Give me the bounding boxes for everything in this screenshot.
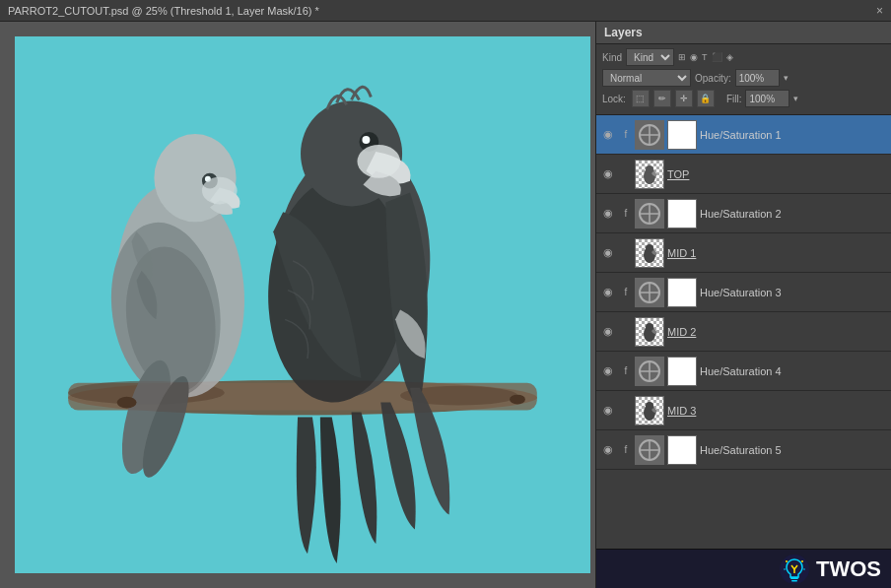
lock-fill-row: Lock: ⬚ ✏ ✛ 🔒 Fill: ▾ bbox=[602, 90, 885, 107]
thumb-mid-2 bbox=[635, 317, 664, 347]
lock-image-btn[interactable]: ✏ bbox=[653, 90, 671, 107]
kind-label: Kind bbox=[602, 52, 622, 63]
lock-transparent-btn[interactable]: ⬚ bbox=[632, 90, 650, 107]
eye-mid-3[interactable] bbox=[600, 403, 616, 419]
mask-hue-sat-1 bbox=[667, 120, 697, 150]
layer-hue-sat-2[interactable]: f Hue/Saturation 2 bbox=[596, 194, 891, 233]
layer-name-mid-2: MID 2 bbox=[667, 326, 887, 338]
visibility-icon-1 bbox=[603, 128, 613, 141]
svg-point-20 bbox=[510, 395, 525, 405]
title-bar: PARROT2_CUTOUT.psd @ 25% (Threshold 1, L… bbox=[0, 0, 891, 22]
fill-arrow[interactable]: ▾ bbox=[793, 94, 798, 103]
layer-mid-1[interactable]: MID 1 bbox=[596, 233, 891, 273]
eye-hue-sat-2[interactable] bbox=[600, 206, 616, 222]
mask-hue-sat-2 bbox=[667, 199, 697, 229]
eye-hue-sat-4[interactable] bbox=[600, 363, 616, 379]
opacity-arrow[interactable]: ▾ bbox=[784, 73, 788, 83]
mask-hue-sat-4 bbox=[667, 357, 697, 386]
svg-rect-41 bbox=[790, 577, 798, 579]
eye-mid-2[interactable] bbox=[600, 324, 616, 340]
thumb-top bbox=[635, 160, 664, 189]
chain-icon-4: f bbox=[625, 365, 628, 376]
kind-dropdown[interactable]: Kind bbox=[626, 48, 674, 66]
close-button[interactable]: × bbox=[876, 4, 883, 18]
svg-point-33 bbox=[646, 323, 653, 331]
lock-all-btn[interactable]: 🔒 bbox=[697, 90, 715, 107]
chain-icon-3: f bbox=[625, 287, 628, 297]
layer-name-hue-sat-2: Hue/Saturation 2 bbox=[700, 208, 887, 220]
chain-hue-sat-4: f bbox=[619, 364, 633, 378]
visibility-icon-mid1 bbox=[603, 246, 613, 259]
fill-input[interactable] bbox=[745, 90, 789, 107]
bottom-bar: TWOS bbox=[596, 549, 891, 588]
layer-hue-sat-5[interactable]: f Hue/Saturation 5 bbox=[596, 430, 891, 470]
thumb-hue-sat-4 bbox=[635, 357, 664, 386]
twos-logo: TWOS bbox=[779, 554, 881, 585]
layer-hue-sat-3[interactable]: f Hue/Saturation 3 bbox=[596, 273, 891, 312]
eye-hue-sat-1[interactable] bbox=[600, 127, 616, 143]
filter-icon-3: T bbox=[702, 52, 708, 62]
chain-icon-1: f bbox=[625, 129, 628, 140]
file-title: PARROT2_CUTOUT.psd @ 25% (Threshold 1, L… bbox=[8, 5, 319, 17]
lightbulb-icon bbox=[779, 554, 810, 585]
main-layout: Layers Kind Kind ⊞ ◉ T ⬛ ◈ Normal Opacit… bbox=[0, 22, 891, 588]
canvas-inner bbox=[15, 36, 590, 573]
blend-mode-dropdown[interactable]: Normal bbox=[602, 69, 691, 87]
eye-top[interactable] bbox=[600, 166, 616, 182]
twos-brand-text: TWOS bbox=[816, 556, 881, 582]
eye-mid-1[interactable] bbox=[600, 245, 616, 261]
visibility-icon-4 bbox=[603, 364, 613, 377]
mask-hue-sat-5 bbox=[667, 435, 697, 465]
thumb-hue-sat-3 bbox=[635, 278, 664, 307]
layers-panel: Layers Kind Kind ⊞ ◉ T ⬛ ◈ Normal Opacit… bbox=[595, 22, 891, 588]
opacity-input[interactable] bbox=[735, 69, 780, 87]
visibility-icon-5 bbox=[603, 443, 613, 456]
layer-name-hue-sat-4: Hue/Saturation 4 bbox=[700, 365, 887, 377]
chain-mid-2 bbox=[619, 325, 633, 339]
svg-rect-42 bbox=[791, 580, 797, 582]
svg-point-44 bbox=[801, 560, 803, 562]
chain-icon-5: f bbox=[625, 444, 628, 455]
svg-point-19 bbox=[117, 397, 137, 409]
chain-hue-sat-5: f bbox=[619, 443, 633, 457]
layer-top[interactable]: TOP bbox=[596, 155, 891, 194]
filter-icon-2: ◉ bbox=[690, 52, 698, 62]
chain-hue-sat-3: f bbox=[619, 286, 633, 299]
chain-mid-3 bbox=[619, 404, 633, 418]
layer-name-top: TOP bbox=[667, 168, 887, 180]
layers-panel-title: Layers bbox=[596, 22, 891, 44]
chain-icon-2: f bbox=[625, 208, 628, 219]
blend-opacity-row: Normal Opacity: ▾ bbox=[602, 69, 885, 87]
eye-hue-sat-3[interactable] bbox=[600, 285, 616, 300]
svg-point-25 bbox=[646, 165, 653, 173]
canvas-image bbox=[15, 36, 590, 573]
lock-label: Lock: bbox=[602, 94, 626, 104]
thumb-hue-sat-2 bbox=[635, 199, 664, 229]
layer-mid-2[interactable]: MID 2 bbox=[596, 312, 891, 352]
filter-icon-5: ◈ bbox=[726, 52, 733, 62]
layers-list: f Hue/Saturation 1 bbox=[596, 115, 891, 549]
thumb-mid-1 bbox=[635, 238, 664, 268]
svg-point-17 bbox=[362, 136, 370, 144]
layers-controls: Kind Kind ⊞ ◉ T ⬛ ◈ Normal Opacity: ▾ bbox=[596, 44, 891, 115]
eye-hue-sat-5[interactable] bbox=[600, 442, 616, 458]
lock-position-btn[interactable]: ✛ bbox=[675, 90, 693, 107]
layer-hue-sat-4[interactable]: f Hue/Saturation 4 bbox=[596, 352, 891, 391]
svg-point-43 bbox=[786, 560, 788, 562]
filter-icon-1: ⊞ bbox=[678, 52, 686, 62]
layer-name-mid-3: MID 3 bbox=[667, 405, 887, 417]
layer-name-mid-1: MID 1 bbox=[667, 247, 887, 259]
svg-point-45 bbox=[784, 568, 786, 570]
visibility-icon-2 bbox=[603, 207, 613, 220]
mask-hue-sat-3 bbox=[667, 278, 697, 307]
svg-point-12 bbox=[202, 177, 238, 205]
layer-name-hue-sat-1: Hue/Saturation 1 bbox=[700, 129, 887, 141]
thumb-mid-3 bbox=[635, 396, 664, 425]
svg-point-29 bbox=[646, 244, 653, 252]
chain-hue-sat-2: f bbox=[619, 207, 633, 221]
svg-point-37 bbox=[646, 402, 653, 410]
layer-mid-3[interactable]: MID 3 bbox=[596, 391, 891, 430]
svg-point-46 bbox=[803, 568, 805, 570]
kind-row: Kind Kind ⊞ ◉ T ⬛ ◈ bbox=[602, 48, 885, 66]
layer-hue-sat-1[interactable]: f Hue/Saturation 1 bbox=[596, 115, 891, 155]
